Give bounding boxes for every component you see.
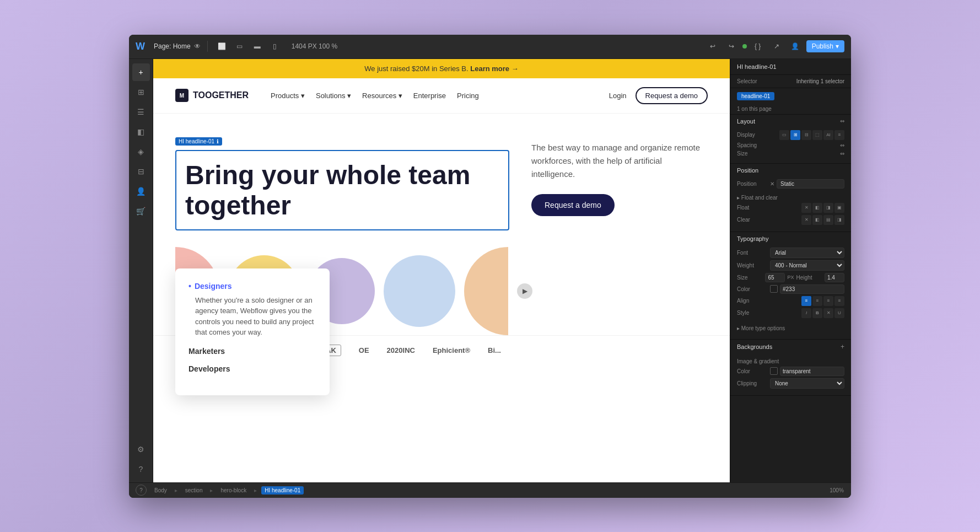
breadcrumb-section[interactable]: section bbox=[182, 486, 206, 495]
tooltip-developers-item[interactable]: Developers bbox=[189, 364, 316, 373]
underline-btn[interactable]: U bbox=[834, 308, 844, 318]
publish-button[interactable]: Publish ▾ bbox=[806, 40, 844, 52]
nav-products[interactable]: Products ▾ bbox=[271, 92, 305, 100]
breadcrumb-body[interactable]: Body bbox=[151, 486, 170, 495]
tooltip-popup: Designers Whether you're a solo designer… bbox=[175, 268, 330, 395]
display-more-btn[interactable]: ≡ bbox=[834, 130, 844, 140]
float-right-btn[interactable]: ◨ bbox=[823, 203, 833, 213]
mobile-portrait-btn[interactable]: ▯ bbox=[267, 39, 283, 54]
tablet-view-btn[interactable]: ▭ bbox=[232, 39, 247, 54]
clear-x-btn[interactable]: ✕ bbox=[801, 215, 811, 225]
style-row: Style I B ✕ U bbox=[737, 308, 844, 318]
sidebar-ecommerce-btn[interactable]: 🛒 bbox=[132, 202, 150, 220]
display-inline-btn[interactable]: ⬚ bbox=[812, 130, 822, 140]
tooltip-marketers-item[interactable]: Marketers bbox=[189, 347, 316, 356]
bg-color-swatch[interactable] bbox=[770, 367, 778, 375]
align-right-btn[interactable]: ≡ bbox=[823, 296, 833, 306]
account-btn[interactable]: 👤 bbox=[788, 39, 803, 54]
clear-right-btn[interactable]: ◨ bbox=[834, 215, 844, 225]
selected-class-badge[interactable]: headline-01 bbox=[737, 92, 774, 100]
sidebar-assets-btn[interactable]: ◈ bbox=[132, 143, 150, 160]
type-size-input[interactable] bbox=[765, 273, 785, 282]
share-btn[interactable]: ↗ bbox=[769, 39, 784, 54]
webflow-logo[interactable]: W bbox=[136, 41, 145, 52]
more-type-row[interactable]: ▸ More type options bbox=[737, 320, 844, 335]
align-left-btn[interactable]: ≡ bbox=[801, 296, 811, 306]
display-none-btn[interactable]: AI bbox=[823, 130, 833, 140]
nav-demo-button[interactable]: Request a demo bbox=[636, 87, 708, 104]
align-justify-btn[interactable]: ≡ bbox=[834, 296, 844, 306]
help-button[interactable]: ? bbox=[136, 485, 147, 496]
float-left-btn[interactable]: ◧ bbox=[812, 203, 822, 213]
color-input[interactable] bbox=[780, 284, 844, 294]
backgrounds-section: Backgrounds + Image & gradient Color bbox=[730, 340, 851, 396]
font-label: Font bbox=[737, 250, 770, 256]
sidebar-cms-btn[interactable]: ⊟ bbox=[132, 163, 150, 180]
panel-header-title: HI headline-01 bbox=[737, 63, 777, 70]
nav-resources[interactable]: Resources ▾ bbox=[362, 92, 402, 100]
display-block-btn[interactable]: ▭ bbox=[779, 130, 789, 140]
font-select[interactable]: Arial bbox=[770, 248, 844, 258]
display-grid-btn[interactable]: ⊟ bbox=[801, 130, 811, 140]
login-button[interactable]: Login bbox=[609, 92, 627, 100]
align-center-btn[interactable]: ≡ bbox=[812, 296, 822, 306]
hero-headline-box[interactable]: Bring your whole team together bbox=[175, 150, 509, 230]
add-bg-icon[interactable]: + bbox=[841, 343, 844, 351]
strike-btn[interactable]: ✕ bbox=[823, 308, 833, 318]
spacing-expand[interactable]: ⇔ bbox=[840, 142, 844, 148]
color-input-row bbox=[770, 284, 844, 294]
nav-enterprise[interactable]: Enterprise bbox=[413, 92, 446, 100]
typography-section-header[interactable]: Typography bbox=[730, 232, 851, 245]
color-swatch[interactable] bbox=[770, 285, 778, 293]
bold-btn[interactable]: B bbox=[812, 308, 822, 318]
bg-color-input[interactable] bbox=[780, 367, 844, 376]
announcement-link[interactable]: Learn more bbox=[470, 65, 509, 73]
float-none-btn[interactable]: ▣ bbox=[834, 203, 844, 213]
nav-pricing[interactable]: Pricing bbox=[457, 92, 479, 100]
size-expand[interactable]: ⇔ bbox=[840, 151, 844, 157]
breadcrumb-hero-block[interactable]: hero-block bbox=[217, 486, 250, 495]
code-btn[interactable]: { } bbox=[750, 39, 766, 54]
desktop-view-btn[interactable]: ⬜ bbox=[214, 39, 230, 54]
clear-row: Clear ✕ ◧ ▤ ◨ bbox=[737, 215, 844, 225]
sidebar-elements-btn[interactable]: ⊞ bbox=[132, 83, 150, 101]
weight-row: Weight 400 - Normal bbox=[737, 260, 844, 271]
editor-window: W Page: Home 👁 ⬜ ▭ ▬ ▯ 1404 PX 100 % ↩ ↪… bbox=[129, 35, 851, 498]
position-section-title: Position bbox=[737, 167, 758, 174]
page-indicator: Page: Home 👁 bbox=[154, 42, 201, 50]
tooltip-designers-item[interactable]: Designers Whether you're a solo designer… bbox=[189, 282, 316, 338]
undo-btn[interactable]: ↩ bbox=[705, 39, 720, 54]
weight-select[interactable]: 400 - Normal bbox=[770, 260, 844, 271]
clear-both-btn[interactable]: ▤ bbox=[823, 215, 833, 225]
hero-cta-button[interactable]: Request a demo bbox=[531, 194, 615, 216]
zoom-btn[interactable]: 100% bbox=[829, 482, 844, 498]
more-type-options[interactable]: ▸ More type options bbox=[737, 325, 785, 331]
backgrounds-section-header[interactable]: Backgrounds + bbox=[730, 340, 851, 354]
height-label: Height bbox=[796, 275, 822, 281]
redo-btn[interactable]: ↪ bbox=[724, 39, 739, 54]
italic-btn[interactable]: I bbox=[801, 308, 811, 318]
sidebar-pages-btn[interactable]: ☰ bbox=[132, 103, 150, 121]
sidebar-add-btn[interactable]: + bbox=[132, 63, 150, 81]
sidebar-help-btn[interactable]: ? bbox=[132, 460, 150, 478]
position-x-btn[interactable]: ✕ bbox=[770, 181, 774, 187]
clear-left-btn[interactable]: ◧ bbox=[812, 215, 822, 225]
line-height-input[interactable] bbox=[825, 273, 844, 282]
clipping-select[interactable]: None bbox=[770, 378, 844, 389]
selected-badge-row: headline-01 bbox=[730, 88, 851, 104]
site-logo: M TOOGETHER bbox=[175, 89, 249, 102]
sidebar-layers-btn[interactable]: ◧ bbox=[132, 123, 150, 141]
float-x-btn[interactable]: ✕ bbox=[801, 203, 811, 213]
mobile-landscape-btn[interactable]: ▬ bbox=[250, 39, 265, 54]
position-value-display[interactable]: Static bbox=[777, 179, 844, 189]
sidebar-users-btn[interactable]: 👤 bbox=[132, 182, 150, 200]
logo-oe: OE bbox=[359, 346, 369, 354]
position-section-header[interactable]: Position bbox=[730, 164, 851, 177]
circles-next-arrow[interactable]: ▶ bbox=[517, 283, 532, 299]
breadcrumb-headline[interactable]: HI headline-01 bbox=[261, 486, 304, 495]
layout-section-header[interactable]: Layout ⇔ bbox=[730, 115, 851, 128]
display-flex-btn[interactable]: ⊞ bbox=[790, 130, 800, 140]
nav-solutions[interactable]: Solutions ▾ bbox=[316, 92, 351, 100]
website-preview: We just raised $20M in Series B. Learn m… bbox=[153, 59, 730, 482]
sidebar-settings-btn[interactable]: ⚙ bbox=[132, 440, 150, 458]
